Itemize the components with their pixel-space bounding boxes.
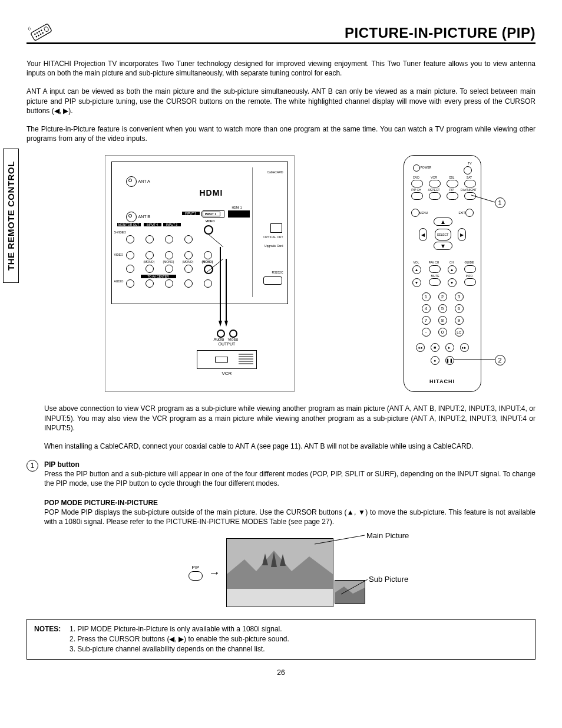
notes-head: NOTES: bbox=[34, 624, 70, 654]
hdmi1-label: HDMI 1 bbox=[232, 206, 242, 209]
pip-label: PIP bbox=[447, 188, 457, 192]
num-6: 6 bbox=[455, 304, 464, 313]
power-label: POWER bbox=[421, 166, 432, 169]
vcr-label: VCR bbox=[429, 176, 439, 179]
ant-a-label: ANT A bbox=[138, 179, 150, 183]
hdmi-logo: HDMI bbox=[200, 188, 223, 197]
pip-demo-btn-label: PIP bbox=[189, 565, 203, 570]
jack bbox=[184, 235, 193, 243]
num-8: 8 bbox=[438, 316, 447, 325]
daynight-button bbox=[464, 192, 476, 200]
svg-point-4 bbox=[40, 29, 42, 31]
video-out-label: Video bbox=[228, 337, 239, 341]
cbl-label: CBL bbox=[447, 176, 457, 179]
side-tab: THE REMOTE CONTROL bbox=[3, 149, 19, 283]
jack bbox=[184, 279, 193, 288]
brand-label: HITACHI bbox=[404, 378, 481, 384]
mono-label: (MONO) bbox=[183, 260, 194, 263]
sat-label: SAT bbox=[464, 176, 475, 179]
page-title: PICTURE-IN-PICTURE (PIP) bbox=[345, 25, 535, 41]
select-button: SELECT bbox=[435, 229, 451, 241]
section-pip-button: 1 PIP button Press the PIP button and a … bbox=[27, 460, 535, 526]
jack bbox=[126, 279, 134, 288]
section-num-1: 1 bbox=[27, 460, 38, 472]
sat-button bbox=[464, 180, 476, 187]
ff-button: ▸▸ bbox=[460, 343, 469, 352]
page-header: PICTURE-IN-PICTURE (PIP) bbox=[27, 24, 535, 44]
input4-label: INPUT 4 bbox=[144, 223, 161, 226]
vcr-button bbox=[429, 180, 441, 187]
video-label: VIDEO bbox=[114, 253, 124, 256]
guide-label: GUIDE bbox=[463, 261, 476, 264]
center-label: TO AV CENTER bbox=[141, 275, 176, 278]
pip-demo-button-icon bbox=[189, 571, 203, 581]
jack bbox=[165, 235, 173, 243]
pip-button bbox=[447, 192, 458, 200]
pip-button-head: PIP button bbox=[44, 460, 80, 469]
ch-down: ▾ bbox=[448, 278, 457, 287]
jack-input1-audio bbox=[204, 265, 213, 274]
cursor-left: ◂ bbox=[419, 228, 427, 241]
pipch-button bbox=[411, 192, 423, 200]
cursor-down: ▾ bbox=[434, 242, 452, 250]
power-button bbox=[413, 164, 420, 172]
svideo-label: S-VIDEO bbox=[114, 230, 127, 234]
lc-button: LC bbox=[455, 328, 464, 337]
video-out-jack bbox=[229, 330, 237, 338]
note-2: 2. Press the CURSOR buttons (◀, ▶) to en… bbox=[70, 634, 289, 644]
vol-down: ▾ bbox=[412, 278, 421, 287]
pop-mode-head: POP MODE PICTURE-IN-PICTURE bbox=[44, 499, 158, 507]
menu-label: MENU bbox=[419, 211, 428, 215]
intro-para-2: ANT A input can be viewed as both the ma… bbox=[27, 87, 535, 116]
monitor-label: MONITOR OUT bbox=[117, 223, 141, 226]
jack bbox=[165, 279, 173, 288]
mute-label: MUTE bbox=[430, 274, 441, 278]
menu-button bbox=[411, 209, 419, 217]
output-label: OUTPUT bbox=[219, 342, 236, 346]
cbl-button bbox=[447, 180, 458, 187]
remote-icon bbox=[27, 24, 56, 41]
num-0: 0 bbox=[438, 328, 447, 337]
ch-label: CH bbox=[447, 261, 457, 264]
jack bbox=[146, 279, 154, 288]
back-panel-diagram: ANT A HDMI HDMI 1 INPUT 2 INPUT 1 ANT B … bbox=[105, 155, 295, 392]
jack bbox=[184, 265, 193, 273]
jack bbox=[126, 265, 134, 273]
jack bbox=[165, 251, 173, 259]
dvd-button bbox=[411, 180, 423, 187]
num-dash: - bbox=[422, 328, 431, 337]
rs232-port bbox=[263, 276, 282, 285]
info-label: INFO bbox=[464, 274, 475, 278]
cablecard-label: CableCARD bbox=[267, 170, 283, 174]
num-7: 7 bbox=[422, 316, 431, 325]
vol-up: ▴ bbox=[412, 265, 421, 274]
svg-rect-26 bbox=[227, 589, 333, 607]
num-5: 5 bbox=[438, 304, 447, 313]
audio-out-label: Audio bbox=[214, 337, 224, 341]
tv-label: TV bbox=[468, 162, 471, 165]
play-button: ▸ bbox=[445, 343, 454, 352]
main-picture-frame bbox=[226, 538, 333, 607]
num-9: 9 bbox=[455, 316, 464, 325]
mute-button bbox=[429, 278, 441, 286]
notes-box: NOTES: 1. PIP MODE Picture-in-Picture is… bbox=[27, 619, 535, 659]
ant-b-jack bbox=[126, 212, 137, 222]
favch-label: FAV CH bbox=[428, 261, 441, 264]
vol-label: VOL bbox=[411, 261, 422, 264]
page-number: 26 bbox=[27, 668, 535, 677]
ch-up: ▴ bbox=[448, 265, 457, 274]
rec-button: ● bbox=[431, 356, 439, 365]
jack bbox=[126, 235, 134, 243]
svg-rect-0 bbox=[31, 24, 52, 41]
jack bbox=[165, 265, 173, 273]
aspect-label: ASPECT bbox=[428, 188, 441, 192]
tv-button bbox=[464, 166, 472, 174]
jack bbox=[146, 251, 154, 259]
callout-1: 1 bbox=[495, 197, 505, 208]
num-1: 1 bbox=[422, 292, 431, 301]
favch-button bbox=[429, 265, 441, 273]
arrow-icon: → bbox=[209, 566, 220, 579]
jack bbox=[204, 251, 212, 259]
intro-para-3: The Picture-in-Picture feature is conven… bbox=[27, 124, 535, 143]
pip-demo: PIP → bbox=[27, 538, 535, 607]
